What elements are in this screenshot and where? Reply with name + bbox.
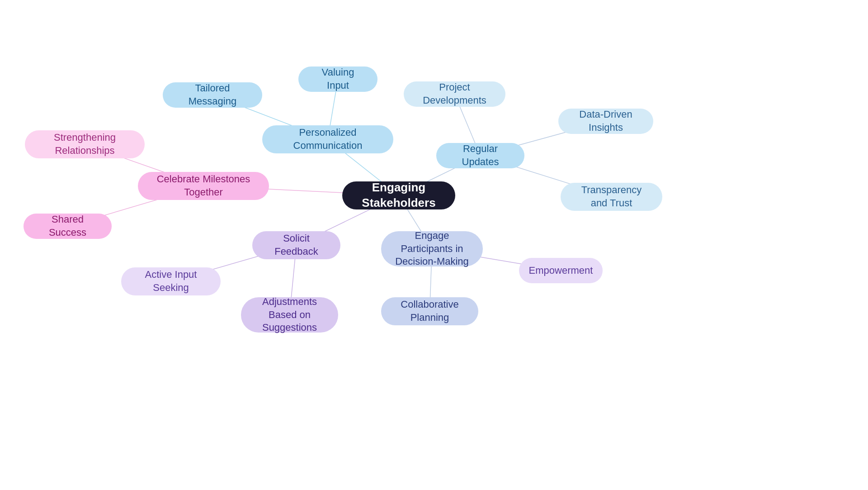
solicit-feedback: Solicit Feedback [252, 231, 340, 259]
mindmap-container: Engaging StakeholdersPersonalized Commun… [0, 0, 868, 490]
valuing-input: Valuing Input [298, 67, 377, 92]
shared-success: Shared Success [24, 214, 112, 239]
data-driven-insights: Data-Driven Insights [558, 109, 653, 134]
active-input-seeking: Active Input Seeking [121, 267, 221, 295]
transparency-trust: Transparency and Trust [561, 183, 662, 211]
empowerment: Empowerment [519, 258, 603, 283]
project-developments: Project Developments [404, 81, 505, 107]
celebrate-milestones: Celebrate Milestones Together [138, 172, 269, 200]
strengthening-relationships: Strengthening Relationships [25, 130, 145, 158]
regular-updates: Regular Updates [436, 143, 524, 168]
adjustments-based: Adjustments Based on Suggestions [241, 297, 338, 333]
center-node: Engaging Stakeholders [342, 181, 455, 209]
collaborative-planning: Collaborative Planning [381, 297, 478, 325]
personalized-communication: Personalized Communication [262, 125, 393, 153]
engage-participants: Engage Participants in Decision-Making [381, 231, 483, 266]
tailored-messaging: Tailored Messaging [163, 82, 262, 108]
